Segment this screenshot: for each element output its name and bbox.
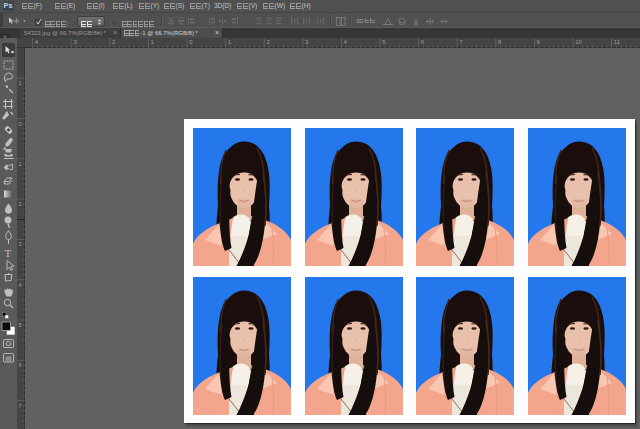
svg-text:4: 4: [344, 39, 348, 45]
svg-text:0: 0: [18, 121, 22, 127]
svg-text:1: 1: [18, 161, 22, 167]
svg-text:4: 4: [35, 39, 39, 45]
svg-text:1: 1: [18, 80, 22, 86]
svg-text:1: 1: [228, 39, 232, 45]
svg-text:9: 9: [537, 39, 541, 45]
svg-text:7: 7: [18, 403, 22, 409]
svg-text:11: 11: [614, 39, 621, 45]
svg-text:10: 10: [575, 39, 582, 45]
svg-text:8: 8: [498, 39, 502, 45]
svg-text:6: 6: [421, 39, 425, 45]
svg-text:T: T: [5, 247, 12, 259]
svg-text:4: 4: [18, 282, 22, 288]
svg-text:3: 3: [18, 241, 22, 247]
svg-text:2: 2: [112, 39, 116, 45]
svg-text:7: 7: [459, 39, 463, 45]
svg-text:0: 0: [189, 39, 193, 45]
svg-text:3: 3: [305, 39, 309, 45]
svg-text:1: 1: [151, 39, 155, 45]
svg-text:2: 2: [266, 39, 270, 45]
svg-text:2: 2: [18, 201, 22, 207]
svg-text:3: 3: [73, 39, 77, 45]
svg-text:5: 5: [18, 322, 22, 328]
svg-text:6: 6: [18, 362, 22, 368]
svg-text:5: 5: [382, 39, 386, 45]
